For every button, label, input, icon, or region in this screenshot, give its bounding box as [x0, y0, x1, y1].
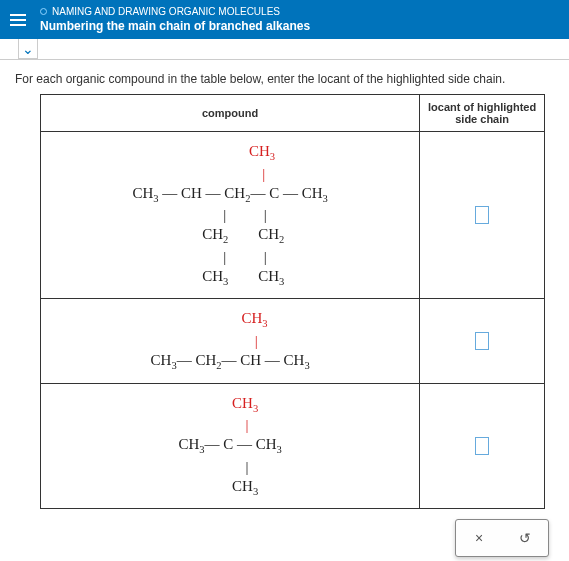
expand-bar: ⌄ [0, 39, 569, 60]
locant-cell-2 [420, 299, 545, 383]
action-panel: × ↺ [455, 519, 549, 557]
structure-2: CH3 | CH3— CH2— CH — CH3 [41, 309, 419, 372]
compound-cell-2: CH3 | CH3— CH2— CH — CH3 [41, 299, 420, 383]
structure-1: CH3 | CH3 — CH — CH2— C — CH3 | | CH2 CH… [41, 142, 419, 288]
locant-input-3[interactable] [475, 437, 489, 455]
app-header: NAMING AND DRAWING ORGANIC MOLECULES Num… [0, 0, 569, 39]
breadcrumb: NAMING AND DRAWING ORGANIC MOLECULES [40, 6, 310, 17]
branches: CH3 [202, 477, 258, 499]
bonds: | [212, 458, 249, 476]
hl-group: CH3 [249, 143, 275, 159]
breadcrumb-label: NAMING AND DRAWING ORGANIC MOLECULES [52, 6, 280, 17]
col-header-compound: compound [41, 95, 420, 132]
spacer [202, 333, 255, 349]
chevron-down-icon[interactable]: ⌄ [18, 39, 38, 59]
backbone: CH3 — CH — CH2— C — CH3 [132, 184, 327, 206]
hl-bond: | [262, 166, 265, 182]
hl-group: CH3 [241, 310, 267, 326]
breadcrumb-dot-icon [40, 8, 47, 15]
structure-3: CH3 | CH3— C — CH3 | CH3 [41, 394, 419, 499]
backbone: CH3— CH2— CH — CH3 [151, 351, 310, 373]
action-bar: × ↺ [0, 519, 549, 557]
table-row: CH3 | CH3— C — CH3 | CH3 [41, 383, 545, 509]
instructions-text: For each organic compound in the table b… [0, 60, 569, 94]
spacer [185, 143, 249, 159]
hl-group: CH3 [232, 395, 258, 411]
redo-icon: ↺ [519, 530, 531, 546]
locant-cell-1 [420, 132, 545, 299]
compound-cell-1: CH3 | CH3 — CH — CH2— C — CH3 | | CH2 CH… [41, 132, 420, 299]
header-text: NAMING AND DRAWING ORGANIC MOLECULES Num… [40, 6, 310, 33]
reset-button[interactable]: ↺ [512, 526, 538, 550]
bonds: | | [193, 206, 267, 224]
close-icon: × [475, 530, 483, 546]
spacer [202, 395, 232, 411]
locant-input-2[interactable] [475, 332, 489, 350]
spacer [212, 417, 246, 433]
col-header-locant: locant of highlighted side chain [420, 95, 545, 132]
close-button[interactable]: × [466, 526, 492, 550]
hl-bond: | [245, 417, 248, 433]
hl-bond: | [255, 333, 258, 349]
branches: CH2 CH2 [176, 225, 284, 247]
table-row: CH3 | CH3— CH2— CH — CH3 [41, 299, 545, 383]
table-row: CH3 | CH3 — CH — CH2— C — CH3 | | CH2 CH… [41, 132, 545, 299]
locant-cell-3 [420, 383, 545, 509]
locant-input-1[interactable] [475, 206, 489, 224]
backbone: CH3— C — CH3 [178, 435, 281, 457]
compound-cell-3: CH3 | CH3— C — CH3 | CH3 [41, 383, 420, 509]
menu-icon[interactable] [10, 10, 30, 30]
spacer [195, 166, 263, 182]
page-title: Numbering the main chain of branched alk… [40, 19, 310, 33]
compound-table: compound locant of highlighted side chai… [40, 94, 545, 509]
bonds: | | [193, 248, 267, 266]
spacer [193, 310, 242, 326]
branches: CH3 CH3 [176, 267, 284, 289]
